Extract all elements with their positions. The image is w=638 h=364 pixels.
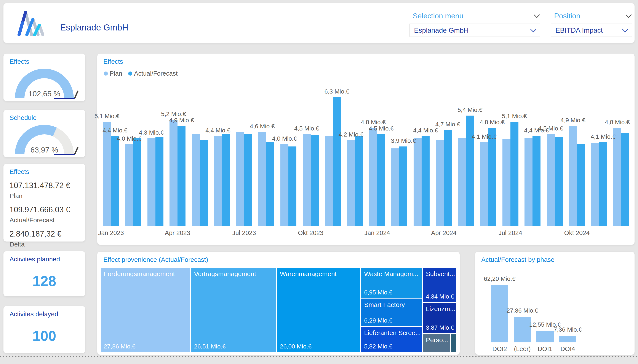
schedule-gauge-card: Schedule 63,97 % bbox=[4, 110, 85, 157]
plan-bar[interactable] bbox=[569, 126, 577, 226]
plan-bar[interactable] bbox=[458, 138, 466, 226]
actual-bar[interactable] bbox=[244, 134, 252, 226]
treemap-tile[interactable] bbox=[450, 333, 457, 352]
plan-bar[interactable] bbox=[524, 138, 532, 226]
actual-bar[interactable] bbox=[200, 140, 208, 226]
plan-bar[interactable] bbox=[103, 122, 111, 226]
plan-bar[interactable] bbox=[192, 134, 200, 226]
treemap-tile[interactable]: Lizenzm...3,87 Mio.€ bbox=[422, 302, 457, 333]
x-axis-label: Okt 2023 bbox=[298, 230, 324, 236]
kpi-plan-label: Plan bbox=[10, 192, 79, 200]
actual-bar[interactable] bbox=[155, 137, 163, 226]
actual-bar[interactable] bbox=[355, 136, 363, 226]
tile-value: 6,95 Mio.€ bbox=[364, 289, 392, 296]
phase-bar[interactable] bbox=[514, 317, 531, 342]
plan-bar[interactable] bbox=[303, 134, 311, 226]
actual-bar[interactable] bbox=[422, 136, 430, 226]
actual-bar[interactable] bbox=[377, 134, 385, 226]
plan-bar[interactable] bbox=[369, 128, 377, 226]
plan-bar[interactable] bbox=[147, 138, 155, 226]
bar-value-label: 4,3 Mio.€ bbox=[139, 129, 164, 136]
tile-name: Forderungsmanagement bbox=[101, 268, 190, 278]
plan-bar[interactable] bbox=[169, 120, 177, 226]
phase-category-label: DOI1 bbox=[538, 346, 552, 352]
effects-plot-area: 5,1 Mio.€4,4 Mio.€4,0 Mio.€4,3 Mio.€5,2 … bbox=[100, 97, 632, 226]
chevron-down-icon bbox=[626, 12, 632, 18]
slicer-position-header[interactable]: Position bbox=[551, 11, 632, 20]
plan-bar[interactable] bbox=[414, 138, 422, 226]
phase-bar[interactable] bbox=[536, 331, 554, 342]
actual-bar[interactable] bbox=[133, 138, 141, 226]
tile-value: 26,51 Mio.€ bbox=[194, 343, 225, 350]
bar-value-label: 4,9 Mio.€ bbox=[560, 117, 585, 124]
phase-plot-area: 62,20 Mio.€DOI227,86 Mio.€(Leer)12,55 Mi… bbox=[475, 252, 634, 355]
actual-bar[interactable] bbox=[222, 134, 230, 226]
x-axis-label: Apr 2024 bbox=[431, 230, 457, 236]
actual-bar[interactable] bbox=[333, 97, 341, 226]
treemap-tile[interactable]: Vertragsmanagement26,51 Mio.€ bbox=[190, 267, 276, 352]
plan-bar[interactable] bbox=[502, 139, 510, 226]
treemap-tile[interactable]: Smart Factory6,29 Mio.€ bbox=[361, 298, 422, 326]
actual-bar[interactable] bbox=[555, 137, 563, 226]
treemap-tile[interactable]: Waste Managem...6,95 Mio.€ bbox=[361, 267, 422, 298]
kpi-actual-label: Actual/Forecast bbox=[10, 216, 79, 224]
kpi-actual-value: 109.971.666,03 € bbox=[10, 205, 79, 214]
bar-value-label: 4,4 Mio.€ bbox=[413, 127, 438, 134]
selection-menu-dropdown[interactable]: Esplanade GmbH bbox=[409, 24, 540, 37]
page-boundary-dotted-line bbox=[0, 356, 638, 357]
plan-bar[interactable] bbox=[125, 144, 133, 226]
plan-bar[interactable] bbox=[436, 140, 444, 226]
bar-value-label: 5,2 Mio.€ bbox=[161, 110, 186, 118]
legend-item-plan[interactable]: Plan bbox=[104, 70, 122, 77]
plan-bar[interactable] bbox=[214, 136, 222, 226]
actual-bar[interactable] bbox=[177, 126, 185, 226]
plan-bar[interactable] bbox=[591, 143, 599, 226]
actual-bar[interactable] bbox=[599, 142, 607, 226]
plan-bar[interactable] bbox=[613, 128, 621, 226]
card-title: Effects bbox=[10, 168, 79, 176]
plan-bar[interactable] bbox=[325, 136, 333, 226]
actual-bar[interactable] bbox=[621, 133, 629, 226]
chevron-down-icon bbox=[530, 26, 536, 32]
position-dropdown[interactable]: EBITDA Impact bbox=[551, 24, 632, 37]
plan-bar[interactable] bbox=[391, 148, 399, 226]
phase-bar[interactable] bbox=[559, 336, 576, 342]
treemap-tile[interactable]: Lieferanten Scree...5,82 Mio.€ bbox=[361, 326, 422, 352]
bar-value-label: 4,9 Mio.€ bbox=[169, 117, 194, 124]
phase-category-label: DOI2 bbox=[492, 346, 507, 352]
legend-item-actual[interactable]: Actual/Forecast bbox=[128, 70, 177, 77]
treemap-tile[interactable]: Subvent...4,34 Mio.€ bbox=[422, 267, 457, 302]
chevron-down-icon bbox=[534, 12, 540, 18]
actual-bar[interactable] bbox=[288, 146, 296, 226]
actual-bar[interactable] bbox=[510, 122, 518, 226]
actual-bar[interactable] bbox=[399, 146, 407, 226]
phase-bar[interactable] bbox=[491, 285, 508, 342]
actual-bar[interactable] bbox=[266, 142, 274, 226]
actual-bar[interactable] bbox=[488, 128, 496, 226]
plan-bar[interactable] bbox=[547, 134, 555, 226]
bar-value-label: 3,9 Mio.€ bbox=[391, 138, 416, 144]
plan-bar[interactable] bbox=[347, 140, 355, 226]
treemap-tile[interactable]: Forderungsmanagement27,86 Mio.€ bbox=[100, 267, 190, 352]
slicer-selection-menu-header[interactable]: Selection menu bbox=[409, 11, 540, 20]
effects-gauge[interactable]: 102,65 % bbox=[15, 69, 74, 98]
kpi-plan-value: 107.131.478,72 € bbox=[10, 181, 79, 190]
plan-bar[interactable] bbox=[280, 144, 288, 226]
gauge-value: 102,65 % bbox=[15, 90, 74, 98]
chart-legend: Plan Actual/Forecast bbox=[104, 70, 178, 77]
plan-bar[interactable] bbox=[480, 142, 488, 226]
actual-bar[interactable] bbox=[311, 135, 319, 226]
slicer-selection-menu: Selection menu Esplanade GmbH bbox=[409, 11, 540, 37]
actual-bar[interactable] bbox=[466, 116, 474, 226]
treemap-tile[interactable]: Warenmanagement26,00 Mio.€ bbox=[276, 267, 361, 352]
actual-bar[interactable] bbox=[532, 136, 540, 226]
actual-bar[interactable] bbox=[444, 130, 452, 226]
actual-bar[interactable] bbox=[111, 136, 119, 226]
plan-bar[interactable] bbox=[258, 132, 266, 226]
treemap-tile[interactable]: Perso... bbox=[422, 333, 450, 352]
gauge-target-line bbox=[54, 98, 75, 99]
treemap-plot-area: Forderungsmanagement27,86 Mio.€Vertragsm… bbox=[100, 267, 457, 352]
schedule-gauge[interactable]: 63,97 % bbox=[15, 125, 74, 154]
plan-bar[interactable] bbox=[236, 132, 244, 226]
actual-bar[interactable] bbox=[577, 144, 585, 226]
